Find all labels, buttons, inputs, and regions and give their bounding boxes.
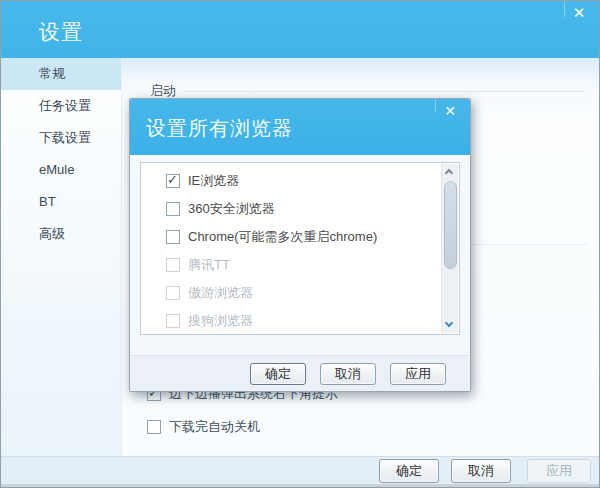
titlebar-divider (564, 1, 565, 17)
cancel-button[interactable]: 取消 (451, 459, 511, 483)
browser-row-chrome[interactable]: ✓ Chrome(可能需多次重启chrome) (141, 223, 459, 251)
browser-label: 搜狗浏览器 (188, 312, 253, 330)
ie-checkbox[interactable]: ✓ (166, 174, 180, 188)
sidebar-item-advanced[interactable]: 高级 (1, 218, 121, 250)
settings-window: 设置 ✕ 常规 任务设置 下载设置 eMule BT 高级 启动 ✓ 边下边播弹… (0, 0, 600, 488)
browser-row-ie[interactable]: ✓ IE浏览器 (141, 167, 459, 195)
set-all-browsers-dialog: 设置所有浏览器 ✕ ✓ IE浏览器 ✓ 360安全浏览器 ✓ Ch (129, 98, 471, 392)
window-title: 设置 (39, 18, 83, 46)
ok-button[interactable]: 确定 (379, 459, 439, 483)
auto-shutdown-checkbox[interactable]: ✓ (147, 420, 161, 434)
maxthon-checkbox: ✓ (166, 286, 180, 300)
scroll-down-button[interactable] (442, 317, 458, 333)
dialog-close-icon[interactable]: ✕ (438, 101, 462, 121)
browser-row-tencent-tt: ✓ 腾讯TT (141, 251, 459, 279)
background-group-line (462, 244, 587, 245)
browser-label: IE浏览器 (188, 172, 239, 190)
sogou-checkbox: ✓ (166, 314, 180, 328)
dialog-ok-button[interactable]: 确定 (250, 363, 306, 385)
auto-shutdown-label: 下载完自动关机 (169, 418, 260, 436)
tencent-tt-checkbox: ✓ (166, 258, 180, 272)
browser-list: ✓ IE浏览器 ✓ 360安全浏览器 ✓ Chrome(可能需多次重启chrom… (140, 162, 460, 335)
sidebar-item-download-settings[interactable]: 下载设置 (1, 122, 121, 154)
dialog-cancel-button[interactable]: 取消 (320, 363, 376, 385)
browser-label: 傲游浏览器 (188, 284, 253, 302)
dialog-titlebar-divider (435, 99, 436, 112)
browser-row-maxthon: ✓ 傲游浏览器 (141, 279, 459, 307)
window-bottom-strip (1, 484, 600, 488)
sidebar-item-general[interactable]: 常规 (1, 58, 121, 90)
browser-label: 腾讯TT (188, 256, 230, 274)
scroll-up-button[interactable] (442, 164, 458, 180)
apply-button[interactable]: 应用 (527, 459, 591, 483)
browser-360-checkbox[interactable]: ✓ (166, 202, 180, 216)
browser-label: Chrome(可能需多次重启chrome) (188, 228, 377, 246)
browser-label: 360安全浏览器 (188, 200, 275, 218)
group-divider-line (184, 91, 585, 92)
dialog-title: 设置所有浏览器 (146, 115, 293, 142)
dialog-footer: 确定 取消 应用 (130, 355, 470, 391)
scrollbar-thumb[interactable] (444, 181, 457, 269)
sidebar-item-emule[interactable]: eMule (1, 154, 121, 186)
chevron-down-icon (445, 319, 453, 327)
sidebar: 常规 任务设置 下载设置 eMule BT 高级 (1, 58, 121, 456)
list-scrollbar[interactable] (441, 164, 458, 333)
option-auto-shutdown[interactable]: ✓ 下载完自动关机 (147, 418, 260, 436)
sidebar-item-task-settings[interactable]: 任务设置 (1, 90, 121, 122)
sidebar-item-bt[interactable]: BT (1, 186, 121, 218)
browser-row-sogou: ✓ 搜狗浏览器 (141, 307, 459, 335)
chrome-checkbox[interactable]: ✓ (166, 230, 180, 244)
check-icon: ✓ (167, 172, 178, 187)
dialog-titlebar: 设置所有浏览器 ✕ (130, 99, 470, 155)
dialog-apply-button[interactable]: 应用 (390, 363, 446, 385)
browser-row-360[interactable]: ✓ 360安全浏览器 (141, 195, 459, 223)
window-close-icon[interactable]: ✕ (566, 2, 592, 24)
chevron-up-icon (445, 169, 453, 177)
titlebar: 设置 ✕ (1, 1, 600, 58)
